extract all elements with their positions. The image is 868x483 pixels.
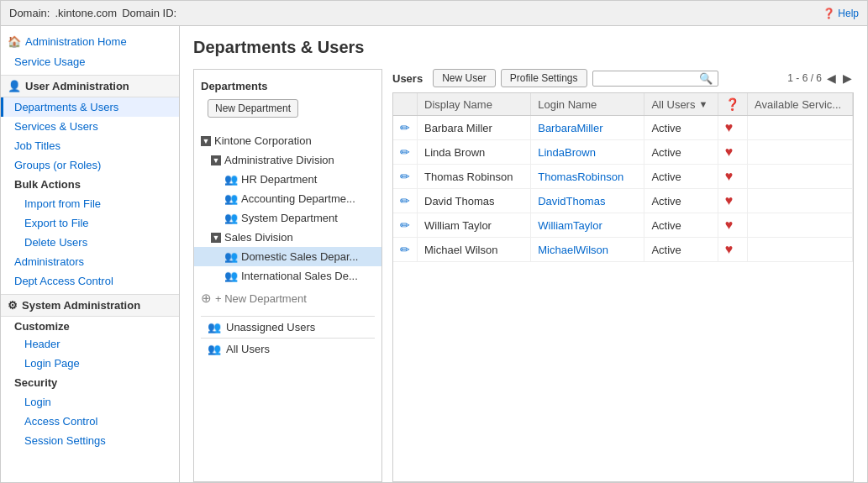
tree-item-accounting[interactable]: 👥 Accounting Departme...: [194, 189, 381, 208]
search-input[interactable]: [597, 72, 697, 84]
tree-item-international-sales[interactable]: 👥 International Sales De...: [194, 266, 381, 286]
th-available-service: Available Servic...: [748, 93, 853, 116]
sidebar-item-access-control[interactable]: Access Control: [1, 412, 179, 431]
edit-icon[interactable]: ✏: [400, 243, 410, 256]
new-department-button[interactable]: New Department: [208, 99, 298, 118]
th-edit: [393, 93, 418, 116]
toggle-icon[interactable]: ▼: [211, 233, 221, 243]
sidebar-item-departments-users[interactable]: Departments & Users: [1, 97, 179, 117]
th-display-name: Display Name: [418, 93, 531, 116]
sidebar-item-import[interactable]: Import from File: [1, 194, 179, 213]
tree-item-kintone[interactable]: ▼ Kintone Corporation: [194, 131, 381, 150]
available-service-cell: [748, 189, 853, 213]
table-row: ✏ Barbara Miller BarbaraMiller Active ♥: [393, 116, 853, 140]
tree-item-system-dept[interactable]: 👥 System Department: [194, 208, 381, 228]
status-cell: Active: [644, 213, 718, 238]
home-icon: 🏠: [8, 35, 21, 48]
sidebar: 🏠 Administration Home Service Usage 👤 Us…: [1, 26, 180, 482]
users-table-wrap: Display Name Login Name All Users ▼: [392, 92, 854, 482]
tree-item-hr[interactable]: 👥 HR Department: [194, 170, 381, 189]
domain-id-label: Domain ID:: [122, 7, 176, 19]
edit-icon[interactable]: ✏: [400, 218, 410, 232]
login-name-cell: DavidThomas: [531, 189, 644, 213]
heart-icon: ♥: [725, 193, 734, 207]
sales-division-label: Sales Division: [224, 231, 293, 244]
login-name-cell: LindaBrown: [531, 140, 644, 165]
departments-panel: Departments New Department ▼ Kintone Cor…: [193, 69, 382, 482]
display-name-cell: Linda Brown: [418, 140, 531, 165]
hr-label: HR Department: [241, 173, 317, 186]
sidebar-item-job-titles[interactable]: Job Titles: [1, 136, 179, 155]
available-service-cell: [748, 165, 853, 189]
people-icon: 👥: [224, 192, 238, 205]
edit-icon[interactable]: ✏: [400, 121, 410, 134]
sidebar-item-login-page[interactable]: Login Page: [1, 354, 179, 373]
domain-label: Domain:: [9, 7, 50, 19]
service-access-cell: ♥: [718, 238, 747, 262]
service-access-cell: ♥: [718, 165, 747, 189]
available-service-cell: [748, 238, 853, 262]
new-user-button[interactable]: New User: [433, 69, 496, 87]
edit-icon[interactable]: ✏: [400, 145, 410, 159]
international-sales-label: International Sales De...: [241, 270, 358, 282]
sidebar-item-header[interactable]: Header: [1, 334, 179, 354]
sidebar-item-administrators[interactable]: Administrators: [1, 252, 179, 271]
th-all-users[interactable]: All Users ▼: [644, 93, 718, 116]
footer-item-all-users[interactable]: 👥 All Users: [201, 338, 375, 360]
edit-cell: ✏: [393, 238, 418, 262]
th-help[interactable]: ❓: [718, 93, 747, 116]
display-name-cell: Michael Wilson: [418, 238, 531, 262]
sidebar-item-service-usage[interactable]: Service Usage: [1, 52, 179, 71]
page-title: Departments & Users: [193, 38, 854, 57]
tree-item-sales-division[interactable]: ▼ Sales Division: [194, 228, 381, 247]
domain-info: Domain: .kintone.com Domain ID:: [9, 7, 176, 19]
sidebar-item-delete-users[interactable]: Delete Users: [1, 233, 179, 252]
login-name-cell: WilliamTaylor: [531, 213, 644, 238]
edit-cell: ✏: [393, 140, 418, 165]
du-layout: Departments New Department ▼ Kintone Cor…: [193, 69, 854, 482]
system-dept-label: System Department: [241, 212, 338, 224]
edit-cell: ✏: [393, 116, 418, 140]
profile-settings-button[interactable]: Profile Settings: [501, 69, 587, 87]
people-icon: 👥: [224, 270, 238, 282]
next-page-button[interactable]: ▶: [841, 71, 854, 85]
sidebar-section-user-admin: 👤 User Administration: [1, 75, 179, 97]
plus-circle-icon: ⊕: [201, 291, 212, 306]
help-button[interactable]: ❓ Help: [823, 8, 859, 19]
status-cell: Active: [644, 238, 718, 262]
content-area: Departments & Users Departments New Depa…: [180, 26, 867, 482]
sidebar-item-services-users[interactable]: Services & Users: [1, 117, 179, 136]
service-access-cell: ♥: [718, 116, 747, 140]
edit-cell: ✏: [393, 165, 418, 189]
edit-icon[interactable]: ✏: [400, 194, 410, 207]
sidebar-item-dept-access[interactable]: Dept Access Control: [1, 271, 179, 291]
domestic-sales-label: Domestic Sales Depar...: [241, 250, 358, 263]
tree-item-domestic-sales[interactable]: 👥 Domestic Sales Depar...: [194, 247, 381, 266]
sidebar-item-admin-home[interactable]: 🏠 Administration Home: [1, 31, 179, 52]
people-icon: 👥: [224, 173, 238, 186]
help-icon[interactable]: ❓: [725, 97, 739, 111]
display-name-cell: David Thomas: [418, 189, 531, 213]
login-name-cell: BarbaraMiller: [531, 116, 644, 140]
all-users-dropdown-icon[interactable]: ▼: [698, 99, 708, 109]
sidebar-item-login[interactable]: Login: [1, 392, 179, 412]
prev-page-button[interactable]: ◀: [825, 71, 838, 85]
toggle-icon[interactable]: ▼: [211, 155, 221, 165]
new-dept-footer-button[interactable]: ⊕ + New Department: [194, 286, 381, 311]
tree-item-admin-division[interactable]: ▼ Administrative Division: [194, 150, 381, 170]
people-icon: 👥: [208, 343, 221, 355]
sidebar-section-system-admin: ⚙ System Administration: [1, 294, 179, 317]
footer-item-unassigned[interactable]: 👥 Unassigned Users: [201, 316, 375, 338]
table-row: ✏ Thomas Robinson ThomasRobinson Active …: [393, 165, 853, 189]
login-name-cell: MichaelWilson: [531, 238, 644, 262]
sidebar-item-export[interactable]: Export to File: [1, 213, 179, 233]
toggle-icon[interactable]: ▼: [201, 136, 211, 146]
sidebar-item-session-settings[interactable]: Session Settings: [1, 431, 179, 450]
status-cell: Active: [644, 140, 718, 165]
table-row: ✏ William Taylor WilliamTaylor Active ♥: [393, 213, 853, 238]
search-button[interactable]: 🔍: [697, 72, 714, 85]
sidebar-item-groups-roles[interactable]: Groups (or Roles): [1, 155, 179, 175]
users-label: Users: [392, 72, 423, 85]
edit-cell: ✏: [393, 213, 418, 238]
edit-icon[interactable]: ✏: [400, 170, 410, 183]
